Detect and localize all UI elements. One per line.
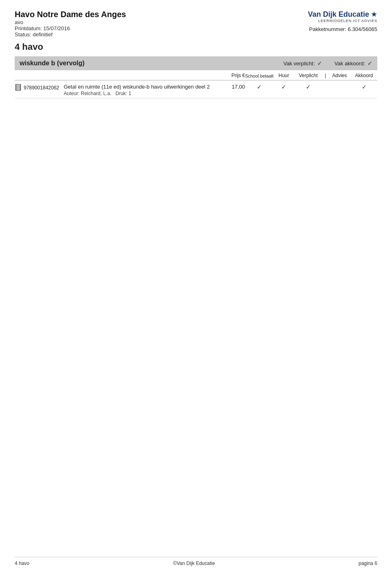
logo-star-icon: ★ xyxy=(371,10,377,19)
author-line: Auteur: Reichard, L.a. Druk: 1 xyxy=(64,91,216,96)
pakket-number: Pakketnummer: 6.304/56065 xyxy=(308,26,377,32)
vak-akkoord: Vak akkoord: ✓ xyxy=(334,60,372,67)
footer-left: 4 havo xyxy=(15,560,29,566)
vak-verplicht: Vak verplicht: ✓ xyxy=(283,60,322,67)
school-type: avo xyxy=(15,19,126,25)
header-left: Havo Notre Dame des Anges avo Printdatum… xyxy=(15,10,126,38)
col-verplicht-header: Verplicht xyxy=(294,73,323,78)
akkoord-cell: ✓ xyxy=(351,84,377,90)
footer-right: pagina 6 xyxy=(359,560,377,566)
section-right: Vak verplicht: ✓ Vak akkoord: ✓ xyxy=(283,60,372,67)
col-advies-header: Advies xyxy=(328,73,351,78)
footer-center: ©Van Dijk Educatie xyxy=(173,560,215,566)
logo: Van Dijk Educatie ★ LEERMIDDELEN ICT ADV… xyxy=(308,10,377,23)
prijs-cell: 17,00 xyxy=(216,84,245,90)
logo-subtitle: LEERMIDDELEN ICT ADVIES xyxy=(318,19,377,23)
table-header: Prijs € School betaalt Huur Verplicht | … xyxy=(15,70,377,80)
table-row: 9789001842062 Getal en ruimte (11e ed) w… xyxy=(15,80,377,98)
class-label: 4 havo xyxy=(15,42,377,52)
verplicht-cell: ✓ xyxy=(294,84,323,90)
huur-cell: ✓ xyxy=(274,84,294,90)
isbn-cell: 9789001842062 xyxy=(15,84,64,92)
svg-rect-1 xyxy=(16,85,20,91)
section-header: wiskunde b (vervolg) Vak verplicht: ✓ Va… xyxy=(15,56,377,70)
table-body: 9789001842062 Getal en ruimte (11e ed) w… xyxy=(15,80,377,98)
svg-rect-3 xyxy=(20,84,21,91)
section-title: wiskunde b (vervolg) xyxy=(20,60,85,67)
title-cell: Getal en ruimte (11e ed) wiskunde-b havo… xyxy=(64,84,216,96)
printdatum: Printdatum: 15/07/2016 xyxy=(15,25,126,31)
header-right: Van Dijk Educatie ★ LEERMIDDELEN ICT ADV… xyxy=(308,10,377,32)
footer: 4 havo ©Van Dijk Educatie pagina 6 xyxy=(15,557,377,566)
col-school-header: School betaalt xyxy=(245,73,274,78)
logo-name: Van Dijk Educatie xyxy=(308,10,369,19)
status: Status: definitief xyxy=(15,31,126,38)
school-cell: ✓ xyxy=(245,84,274,90)
col-sep-header: | xyxy=(323,73,328,78)
col-huur-header: Huur xyxy=(274,73,294,78)
col-prijs-header: Prijs € xyxy=(216,73,245,78)
school-name: Havo Notre Dame des Anges xyxy=(15,10,126,19)
book-icon xyxy=(15,84,22,92)
col-akkoord-header: Akkoord xyxy=(351,73,377,78)
isbn-number: 9789001842062 xyxy=(24,85,59,91)
